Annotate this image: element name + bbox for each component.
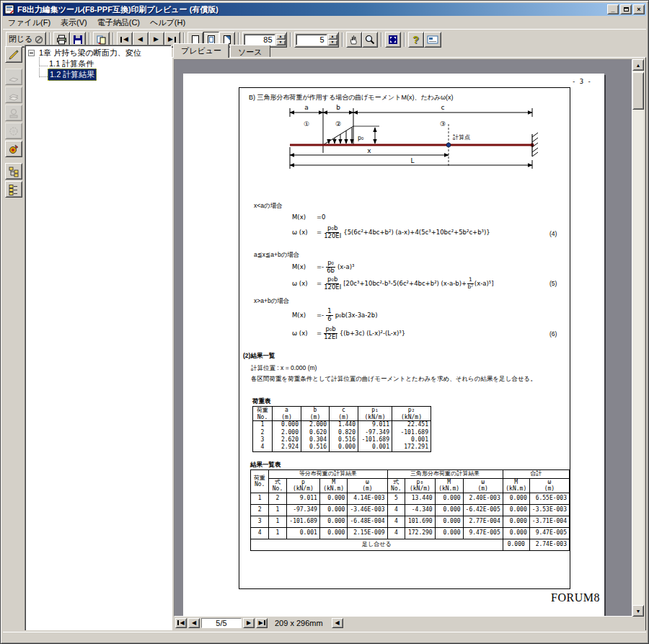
column-header: M(kN.m) [435,478,463,493]
approval-stamp-button[interactable] [5,141,22,157]
tree-list-button[interactable] [5,181,22,198]
table-cell: -97.349 [286,504,319,516]
preview-frame: - 3 - B) 三角形分布荷重が作用する場合の曲げモーメントM(x)、たわみω… [172,57,646,631]
table-cell: 1 [269,516,287,527]
formula-case3-moment: M(x) =- 16 p₀b(3x-3a-2b) [292,308,377,323]
equation-number: (6) [549,330,557,338]
table-cell: 2.924 [273,444,301,451]
table-cell: 4 [387,527,405,539]
tree-item-label-selected[interactable]: 1.2 計算結果 [48,69,97,81]
table-row: 32.6200.3040.516-101.6890.001 [253,436,431,444]
table-cell: 4 [387,504,405,516]
table-cell: 22.451 [392,421,431,429]
column-header: c(m) [330,407,358,421]
edit-annotation-button[interactable] [5,46,22,63]
table-cell: 0.304 [301,436,330,444]
table-cell: 1 [251,493,269,504]
maximize-button[interactable] [620,4,632,14]
scroll-up-button[interactable]: ▲ [632,59,644,71]
column-header: 式No. [387,478,405,493]
formula-case1-deflection: ω (x) = p₀b120EI {5(6c²+4bc+b²) (a-x)+4(… [292,225,490,240]
table-cell: -3.46E-003 [348,504,387,516]
prev-arrow-icon: ◀ [192,619,196,626]
vertical-scrollbar[interactable]: ▲ ▼ [632,59,644,617]
fold-page-view-icon [224,35,231,44]
table-cell: 1 [269,527,287,539]
formula-case3-deflection: ω (x) = p₀b12EI {(b+3c) (L-x)²-(L-x)³} [292,326,405,341]
table-cell: -101.689 [286,516,319,527]
page-indicator[interactable] [201,618,242,628]
result-table-sub-header-row: 式No. p(kN/m) M(kN.m) ω(m) 式No. p₀(kN/m) … [251,478,570,493]
h-scroll-left-button[interactable]: ◀ [332,618,343,628]
document-tree-panel: 1章 片持ち梁の断面力、変位 1.1 計算条件 1.2 計算結果 [25,45,172,631]
tree-root-label[interactable]: 1章 片持ち梁の断面力、変位 [37,48,143,58]
nav-next-page-button[interactable]: ▶ [243,618,255,628]
table-row: 42.9240.5160.0000.001172.291 [253,444,431,451]
table-cell: 0.820 [330,429,358,436]
table-cell: 2 [269,493,287,504]
p0-label: p₀ [358,135,363,141]
footer-label: 足し合せる [251,539,503,550]
menu-delivery[interactable]: 電子納品(C) [92,16,145,30]
table-cell: 2.77E-004 [463,516,503,527]
maximize-icon [624,7,629,12]
table-cell: 9.47E-005 [463,527,503,539]
minimize-button[interactable]: _ [607,4,619,14]
scroll-down-button[interactable]: ▼ [632,605,644,617]
menu-bar: ファイル(F) 表示(V) 電子納品(C) ヘルプ(H) [3,16,646,29]
formula-case2-label: a≦x≦a+bの場合 [254,251,299,260]
preview-canvas[interactable]: - 3 - B) 三角形分布荷重が作用する場合の曲げモーメントM(x)、たわみω… [174,59,632,617]
group-header-triangle: 三角形分布荷重の計算結果 [387,470,503,479]
pages-icon [8,71,19,83]
nav-first-page-button[interactable]: ◀ [175,618,187,628]
formula-case1-label: x<aの場合 [254,202,283,211]
nav-prev-page-button[interactable]: ◀ [188,618,200,628]
menu-help[interactable]: ヘルプ(H) [145,16,190,30]
table-cell: 6.55E-003 [529,493,569,504]
zoom-up-button[interactable]: ▲ [276,34,286,40]
tree-item-calc-conditions: 1.1 計算条件 [39,58,169,69]
seal-button[interactable] [5,123,22,139]
tree-root-row: 1章 片持ち梁の断面力、変位 [27,48,169,58]
table-cell: 9.47E-005 [529,527,569,539]
table-cell: 0.000 [435,527,463,539]
table-row: 31-101.6890.000-6.48E-0044101.6900.0002.… [251,516,570,527]
last-page-arrow-icon: ▶ [168,36,173,43]
menu-file[interactable]: ファイル(F) [3,16,56,30]
tree-item-calc-results: 1.2 計算結果 [39,69,169,80]
collapse-icon[interactable] [28,50,35,56]
copy-page-button[interactable] [5,69,22,85]
scrollbar-thumb[interactable] [632,72,644,110]
table-cell: -4.340 [405,504,436,516]
first-page-icon [120,37,122,43]
tree-connector [39,68,48,77]
table-cell: 0.000 [435,493,463,504]
first-bar-icon [177,620,179,625]
load-table-title: 荷重表 [252,397,271,406]
page-up-button[interactable]: ▲ [328,34,337,40]
table-cell: 5 [387,493,405,504]
paste-page-button[interactable] [5,87,22,103]
app-icon [4,4,14,14]
tree-item-label[interactable]: 1.1 計算条件 [48,58,95,69]
column-header: p₂(kN/m) [392,407,431,421]
prev-page-icon: ◀ [138,36,143,43]
tree-structure-button[interactable] [5,163,22,180]
window-title: F8出力編集ツール(F8-PPF互換)印刷プレビュー (有償版) [17,4,218,15]
stamp-button[interactable] [5,105,22,121]
page-number: - 3 - [572,78,591,85]
table-cell: -6.48E-004 [348,516,387,527]
menu-view[interactable]: 表示(V) [56,16,92,30]
table-cell: -101.689 [392,429,431,436]
nav-last-page-button[interactable]: ▶ [256,618,268,628]
last-page-icon [175,37,176,43]
column-header: M(kN.m) [503,478,529,493]
tab-preview[interactable]: プレビュー [173,43,229,58]
last-arrow-icon: ▶ [258,619,262,626]
close-button[interactable]: × [633,4,645,14]
pen-icon [8,49,19,61]
tab-source[interactable]: ソース [230,45,270,58]
table-cell: 4 [253,444,273,451]
doc-heading: B) 三角形分布荷重が作用する場合の曲げモーメントM(x)、たわみω(x) [249,93,454,102]
table-cell: 3 [251,516,269,527]
